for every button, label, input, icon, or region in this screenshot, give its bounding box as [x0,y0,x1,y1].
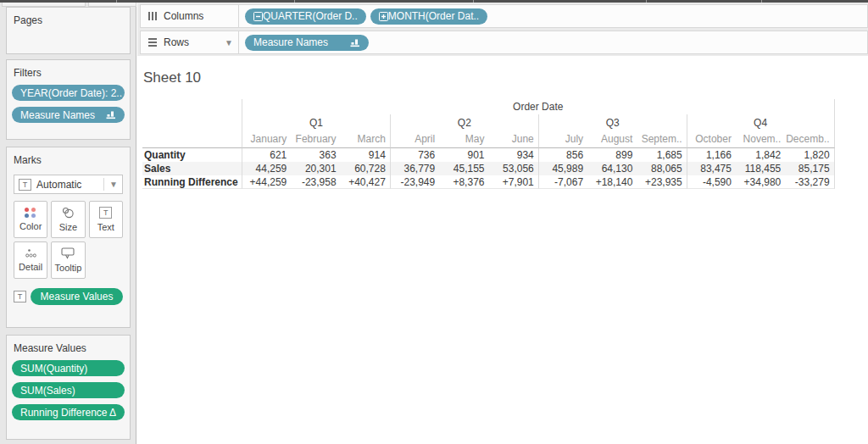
value-cell[interactable]: +34,980 [736,175,785,189]
month-header[interactable]: August [587,130,637,148]
pill-label: MONTH(Order Dat.. [388,10,479,22]
month-header[interactable]: Novem.. [736,130,785,148]
value-cell[interactable]: 83,475 [687,162,736,175]
corner-cell [142,130,242,148]
rows-shelf[interactable]: Rows ▼ Measure Names [140,31,868,54]
quarter-header[interactable]: Q3 [538,114,687,130]
value-cell[interactable]: +8,376 [439,175,488,189]
marks-card: Marks T Automatic ▼ Color Size [6,147,131,328]
detail-button[interactable]: Detail [14,241,47,279]
row-header-sales[interactable]: Sales [142,162,242,175]
pill-label: Measure Names [253,36,328,48]
measure-pill-label: SUM(Quantity) [20,363,87,375]
month-header[interactable]: Decemb.. [785,130,834,148]
color-button[interactable]: Color [14,201,47,238]
value-cell[interactable]: 1,842 [736,148,785,162]
pill-measure-names[interactable]: Measure Names [245,35,369,51]
encoding-pill-measure-values[interactable]: Measure Values [31,288,123,305]
measure-pill-label: SUM(Sales) [20,385,75,397]
text-encoding-icon: T [14,291,26,302]
month-header[interactable]: February [291,130,340,148]
value-cell[interactable]: +40,427 [341,175,390,189]
filter-pill-year-order-date[interactable]: YEAR(Order Date): 2.. [12,85,125,101]
text-button[interactable]: T Text [89,201,123,238]
pages-shelf-title: Pages [7,8,130,26]
month-header[interactable]: July [538,130,587,148]
value-cell[interactable]: 85,175 [785,162,834,175]
value-cell[interactable]: 1,820 [785,148,834,162]
toolbar-separator [761,0,762,3]
value-cell[interactable]: +23,935 [637,175,686,189]
text-mark-icon: T [19,179,31,191]
value-cell[interactable]: 60,728 [341,162,390,175]
value-cell[interactable]: 36,779 [390,162,439,175]
filters-shelf-title: Filters [7,60,130,79]
value-cell[interactable]: 1,166 [687,148,736,162]
month-header[interactable]: Septem.. [637,130,686,148]
delta-table-calc-icon: Δ [109,407,116,419]
value-cell[interactable]: 44,259 [242,162,291,175]
month-header[interactable]: May [439,130,488,148]
value-cell[interactable]: 64,130 [587,162,637,175]
value-cell[interactable]: 1,685 [637,148,686,162]
month-header[interactable]: January [242,130,291,148]
value-cell[interactable]: 88,065 [637,162,686,175]
value-cell[interactable]: 899 [587,148,637,162]
columns-icon [148,12,157,20]
measure-pill-label: Running Difference [20,407,108,419]
quarter-header[interactable]: Q4 [687,114,835,130]
value-cell[interactable]: 856 [538,148,587,162]
filter-pill-measure-names[interactable]: Measure Names [12,107,125,123]
value-cell[interactable]: 20,301 [291,162,340,175]
value-cell[interactable]: +44,259 [242,175,291,189]
measure-pill-running-difference[interactable]: Running Difference Δ [12,404,125,420]
value-cell[interactable]: 901 [439,148,488,162]
expand-hierarchy-icon[interactable] [379,12,388,21]
value-cell[interactable]: 45,989 [538,162,587,175]
value-cell[interactable]: 53,056 [488,162,537,175]
filters-shelf[interactable]: Filters YEAR(Order Date): 2.. Measure Na… [6,59,131,140]
measure-values-shelf[interactable]: Measure Values SUM(Quantity) SUM(Sales) … [6,335,131,440]
size-button[interactable]: Size [51,201,85,238]
sheet-title[interactable]: Sheet 10 [143,69,201,86]
value-cell[interactable]: 736 [390,148,439,162]
value-cell[interactable]: 118,455 [736,162,785,175]
measure-pill-sum-quantity[interactable]: SUM(Quantity) [12,360,125,376]
value-cell[interactable]: -23,958 [291,175,340,189]
month-header[interactable]: October [687,130,736,148]
quarter-header[interactable]: Q2 [390,114,538,130]
value-cell[interactable]: -33,279 [785,175,834,189]
value-cell[interactable]: +7,901 [488,175,537,189]
quarter-header[interactable]: Q1 [242,114,390,130]
pill-month-order-date[interactable]: MONTH(Order Dat.. [370,8,487,25]
value-cell[interactable]: 363 [291,148,340,162]
pages-shelf[interactable]: Pages [6,7,131,54]
month-header[interactable]: April [390,130,439,148]
value-cell[interactable]: -4,590 [687,175,736,189]
analytics-pane-edge [88,3,136,7]
pill-quarter-order-date[interactable]: QUARTER(Order D.. [245,8,366,25]
filter-pill-label: YEAR(Order Date): 2.. [20,87,122,99]
pill-label: QUARTER(Order D.. [263,10,358,22]
value-cell[interactable]: -7,067 [538,175,587,189]
value-cell[interactable]: 934 [488,148,537,162]
rows-icon [148,38,157,47]
row-header-quantity[interactable]: Quantity [142,148,242,162]
value-cell[interactable]: 914 [341,148,390,162]
chevron-down-icon[interactable]: ▼ [225,38,233,47]
column-dimension-header[interactable]: Order Date [242,99,835,114]
chevron-down-icon[interactable]: ▼ [109,180,118,189]
month-header[interactable]: March [341,130,390,148]
mark-type-dropdown[interactable]: T Automatic ▼ [14,175,123,194]
row-header-running-difference[interactable]: Running Difference [142,175,242,189]
measure-pill-sum-sales[interactable]: SUM(Sales) [12,382,125,398]
month-header[interactable]: June [488,130,537,148]
collapse-hierarchy-icon[interactable] [253,12,263,21]
sort-icon[interactable] [350,38,360,47]
value-cell[interactable]: 621 [242,148,291,162]
value-cell[interactable]: +18,140 [587,175,637,189]
columns-shelf[interactable]: Columns QUARTER(Order D.. MONTH(Order Da… [140,4,868,28]
tooltip-button[interactable]: Tooltip [51,241,85,279]
value-cell[interactable]: -23,949 [390,175,439,189]
value-cell[interactable]: 45,155 [439,162,488,175]
